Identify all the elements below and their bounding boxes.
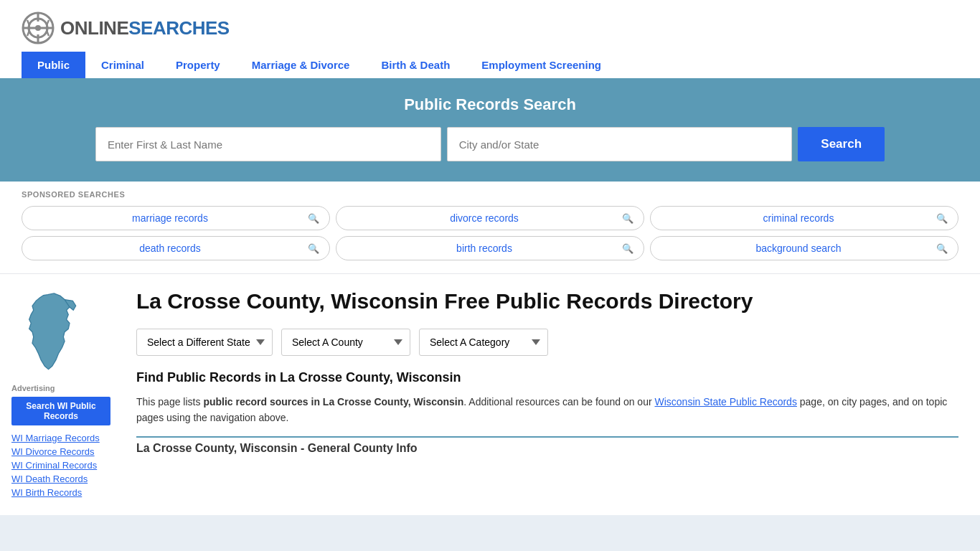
content-area: La Crosse County, Wisconsin Free Public … [122,274,980,515]
search-icon-background: 🔍 [936,243,948,254]
nav-item-employment[interactable]: Employment Screening [466,52,617,78]
description-text: This page lists public record sources in… [136,394,958,426]
search-button[interactable]: Search [798,127,885,161]
sponsored-grid: marriage records 🔍 divorce records 🔍 cri… [22,206,958,260]
desc-part1: This page lists [136,396,203,408]
sponsored-pill-divorce[interactable]: divorce records 🔍 [336,206,644,230]
sidebar: Advertising Search WI Public Records WI … [0,274,122,515]
search-icon-divorce: 🔍 [622,213,633,224]
sponsored-pill-death[interactable]: death records 🔍 [22,236,330,260]
sidebar-ad-label: Advertising [11,384,110,392]
find-title: Find Public Records in La Crosse County,… [136,370,958,385]
svg-point-5 [35,25,41,31]
page-title: La Crosse County, Wisconsin Free Public … [136,288,958,314]
nav-item-birth-death[interactable]: Birth & Death [365,52,466,78]
search-icon-birth: 🔍 [622,243,633,254]
wisconsin-map [11,288,90,382]
sponsored-pill-background[interactable]: background search 🔍 [650,236,958,260]
nav-item-criminal[interactable]: Criminal [85,52,160,78]
pill-background-text: background search [661,242,936,254]
general-info-title: La Crosse County, Wisconsin - General Co… [136,442,958,455]
sponsored-pill-marriage[interactable]: marriage records 🔍 [22,206,330,230]
hero-section: Public Records Search Search [0,78,980,182]
name-input[interactable] [95,127,441,161]
nav-item-marriage-divorce[interactable]: Marriage & Divorce [236,52,366,78]
header: ONLINESEARCHES [0,0,980,44]
pill-criminal-text: criminal records [661,212,936,224]
sponsored-label: SPONSORED SEARCHES [22,190,958,199]
sidebar-link-death[interactable]: WI Death Records [11,474,110,484]
desc-part2: . Additional resources can be found on o… [463,396,654,408]
logo-text-online: ONLINE [60,17,128,39]
logo[interactable]: ONLINESEARCHES [22,11,230,44]
pill-marriage-text: marriage records [32,212,308,224]
pill-divorce-text: divorce records [347,212,622,224]
desc-link[interactable]: Wisconsin State Public Records [654,396,796,408]
search-row: Search [95,127,885,161]
pill-death-text: death records [32,242,308,254]
sidebar-link-divorce[interactable]: WI Divorce Records [11,446,110,457]
logo-text-searches: SEARCHES [128,17,229,39]
sidebar-link-criminal[interactable]: WI Criminal Records [11,460,110,471]
sponsored-pill-birth[interactable]: birth records 🔍 [336,236,644,260]
logo-icon [22,11,55,44]
sponsored-pill-criminal[interactable]: criminal records 🔍 [650,206,958,230]
pill-birth-text: birth records [347,242,622,254]
sidebar-link-marriage[interactable]: WI Marriage Records [11,433,110,443]
desc-bold: public record sources in La Crosse Count… [203,396,463,408]
dropdowns-row: Select a Different State Select A County… [136,329,958,356]
sidebar-ad-button[interactable]: Search WI Public Records [11,397,110,425]
category-dropdown[interactable]: Select A Category [419,329,548,356]
search-icon-death: 🔍 [308,243,319,254]
state-dropdown[interactable]: Select a Different State [136,329,273,356]
search-icon-criminal: 🔍 [936,213,948,224]
sidebar-link-birth[interactable]: WI Birth Records [11,487,110,498]
main-content: Advertising Search WI Public Records WI … [0,274,980,515]
section-divider [136,436,958,438]
county-dropdown[interactable]: Select A County [281,329,410,356]
location-input[interactable] [447,127,793,161]
sponsored-section: SPONSORED SEARCHES marriage records 🔍 di… [0,182,980,274]
nav-item-property[interactable]: Property [160,52,236,78]
hero-title: Public Records Search [22,95,958,114]
nav-bar: Public Criminal Property Marriage & Divo… [0,52,980,78]
search-icon-marriage: 🔍 [308,213,319,224]
nav-item-public[interactable]: Public [22,52,85,78]
